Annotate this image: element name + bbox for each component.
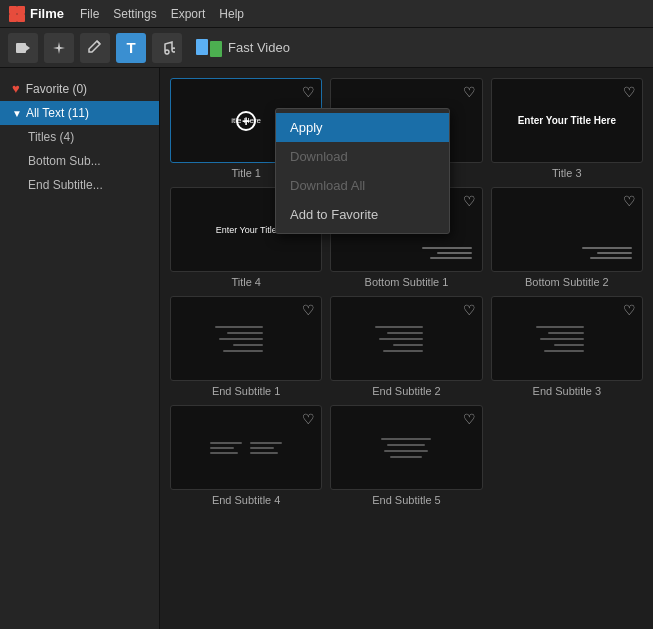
menu-export[interactable]: Export [171,7,206,21]
heart-fav-title3[interactable]: ♡ [623,84,636,100]
sidebar-item-favorite[interactable]: ♥ Favorite (0) [0,76,159,101]
grid-item-end-sub2[interactable]: ♡ End Subtitle 2 [330,296,482,397]
label-title3: Title 3 [491,167,643,179]
grid-item-end-sub4[interactable]: ♡ End Subtitle 4 [170,405,322,506]
sidebar-all-text-label: All Text (11) [26,106,89,120]
menu-settings[interactable]: Settings [113,7,156,21]
sidebar-item-all-text[interactable]: ▼ All Text (11) [0,101,159,125]
sidebar-item-bottom-sub[interactable]: Bottom Sub... [0,149,159,173]
grid-item-title3[interactable]: ♡ Enter Your Title Here Title 3 [491,78,643,179]
magic-tool-button[interactable] [44,33,74,63]
content-area: Apply Download Download All Add to Favor… [160,68,653,629]
heart-fav-bottom-sub1[interactable]: ♡ [463,193,476,209]
heart-fav-end-sub3[interactable]: ♡ [623,302,636,318]
app-logo: Filme [8,5,64,23]
grid-item-end-sub3[interactable]: ♡ End Subtitle 3 [491,296,643,397]
heart-fav-end-sub4[interactable]: ♡ [302,411,315,427]
menu-bar: Filme File Settings Export Help [0,0,653,28]
svg-rect-3 [17,14,25,22]
thumb-end-sub3[interactable]: ♡ [491,296,643,381]
menu-items: File Settings Export Help [80,7,244,21]
thumb-end-sub1[interactable]: ♡ [170,296,322,381]
thumb-bottom-sub2[interactable]: ♡ [491,187,643,272]
label-end-sub1: End Subtitle 1 [170,385,322,397]
arrow-down-icon: ▼ [12,108,22,119]
sidebar: ♥ Favorite (0) ▼ All Text (11) Titles (4… [0,68,160,629]
label-bottom-sub1: Bottom Subtitle 1 [330,276,482,288]
ctx-download: Download [276,142,449,171]
toolbar: T Fast Video [0,28,653,68]
svg-rect-4 [16,43,26,53]
thumb-end-sub5[interactable]: ♡ [330,405,482,490]
sidebar-item-end-subtitle[interactable]: End Subtitle... [0,173,159,197]
menu-help[interactable]: Help [219,7,244,21]
heart-icon: ♥ [12,81,20,96]
fast-video-label: Fast Video [228,40,290,55]
ctx-apply[interactable]: Apply [276,113,449,142]
heart-fav-bottom-sub2[interactable]: ♡ [623,193,636,209]
heart-fav-end-sub2[interactable]: ♡ [463,302,476,318]
label-end-sub2: End Subtitle 2 [330,385,482,397]
thumb-text-title3: Enter Your Title Here [514,111,620,130]
thumb-title3[interactable]: ♡ Enter Your Title Here [491,78,643,163]
label-title4: Title 4 [170,276,322,288]
add-icon-title1: + [236,111,256,131]
sidebar-end-subtitle-label: End Subtitle... [28,178,103,192]
ctx-download-all: Download All [276,171,449,200]
heart-fav-title1[interactable]: ♡ [302,84,315,100]
label-end-sub3: End Subtitle 3 [491,385,643,397]
sidebar-titles-label: Titles (4) [28,130,74,144]
context-menu: Apply Download Download All Add to Favor… [275,108,450,234]
svg-rect-1 [17,6,25,14]
fast-video-button[interactable]: Fast Video [196,39,290,57]
heart-fav-end-sub1[interactable]: ♡ [302,302,315,318]
grid: Apply Download Download All Add to Favor… [170,78,643,506]
grid-item-bottom-sub2[interactable]: ♡ Bottom Subtitle 2 [491,187,643,288]
label-end-sub5: End Subtitle 5 [330,494,482,506]
ctx-add-to-favorite[interactable]: Add to Favorite [276,200,449,229]
sidebar-item-titles[interactable]: Titles (4) [0,125,159,149]
main-layout: ♥ Favorite (0) ▼ All Text (11) Titles (4… [0,68,653,629]
sidebar-bottom-sub-label: Bottom Sub... [28,154,101,168]
svg-rect-0 [9,6,17,14]
video-tool-button[interactable] [8,33,38,63]
app-name: Filme [30,6,64,21]
edit-tool-button[interactable] [80,33,110,63]
heart-fav-end-sub5[interactable]: ♡ [463,411,476,427]
svg-rect-2 [9,14,17,22]
sidebar-favorite-label: Favorite (0) [26,82,87,96]
thumb-end-sub2[interactable]: ♡ [330,296,482,381]
thumb-end-sub4[interactable]: ♡ [170,405,322,490]
grid-item-end-sub5[interactable]: ♡ End Subtitle 5 [330,405,482,506]
heart-fav-title2[interactable]: ♡ [463,84,476,100]
label-end-sub4: End Subtitle 4 [170,494,322,506]
thumb-text-title4: Enter Your Title [212,221,281,239]
menu-file[interactable]: File [80,7,99,21]
label-bottom-sub2: Bottom Subtitle 2 [491,276,643,288]
svg-line-6 [97,41,100,44]
svg-marker-5 [26,45,30,51]
fast-video-icon [196,39,222,57]
music-tool-button[interactable] [152,33,182,63]
grid-item-end-sub1[interactable]: ♡ End Subtitle 1 [170,296,322,397]
text-tool-button[interactable]: T [116,33,146,63]
